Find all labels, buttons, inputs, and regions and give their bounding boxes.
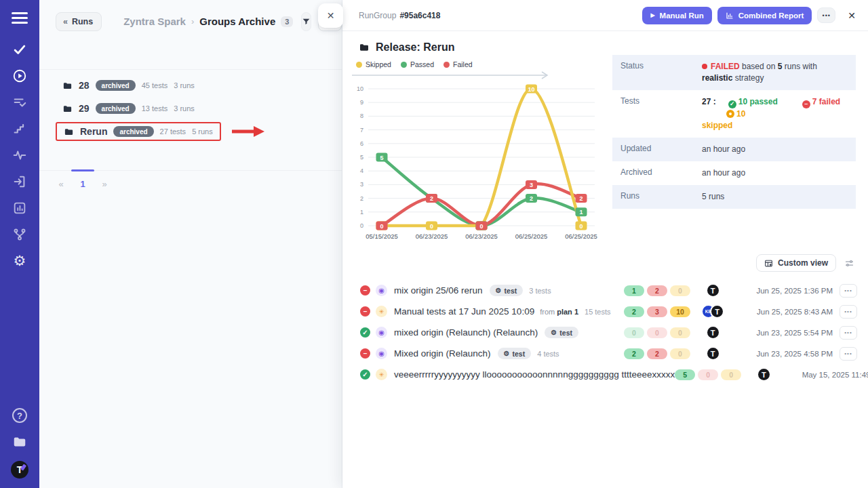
run-name[interactable]: veeeerrrrryyyyyyyyyy llooooooooooonnnnng… — [394, 369, 675, 380]
active-page-indicator — [71, 169, 94, 171]
info-row-archived: Archived an hour ago — [612, 161, 856, 185]
pulse-icon[interactable] — [12, 147, 28, 163]
branch-icon[interactable] — [12, 226, 28, 243]
run-tests-count: 3 tests — [529, 287, 551, 295]
table-view-icon — [764, 259, 773, 268]
run-date: Jun 25, 2025 8:43 AM — [732, 308, 833, 316]
svg-text:2: 2 — [430, 195, 433, 202]
back-to-runs-button[interactable]: « Runs — [56, 12, 102, 31]
svg-text:6: 6 — [360, 140, 363, 147]
group-content: 28archived45 tests3 runs — [56, 77, 201, 94]
run-passed-icon: ✓ — [360, 369, 370, 380]
legend-label: Failed — [453, 60, 473, 68]
gear-icon: ⚙ — [496, 287, 502, 294]
run-more-button[interactable]: ••• — [840, 326, 857, 340]
run-row[interactable]: –◉mix origin 25/06 rerun⚙test3 tests120T… — [342, 280, 868, 301]
group-list-item[interactable]: 29archived13 tests3 runs — [39, 97, 342, 120]
pagination-prev[interactable]: « — [57, 179, 65, 189]
group-tests-count: 45 tests — [142, 81, 168, 89]
failed-count-pill: 0 — [647, 327, 667, 338]
run-more-button[interactable]: ••• — [840, 305, 857, 319]
panel-close-button[interactable]: ✕ — [848, 10, 856, 21]
group-list-item[interactable]: Rerunarchived27 tests5 runs — [39, 120, 342, 143]
svg-text:10: 10 — [528, 86, 534, 93]
run-date: May 15, 2025 11:49 AM — [783, 371, 868, 379]
groups-archive-panel: « Runs Zyntra Spark › Groups Archive 3 ✕… — [39, 0, 342, 488]
result-count-pills: 2310 — [624, 306, 693, 317]
automated-origin-icon: ◉ — [376, 327, 387, 338]
results-chart-block: SkippedPassedFailed 01234567891005/15/20… — [348, 60, 612, 246]
run-more-button[interactable]: ••• — [840, 347, 857, 361]
view-settings-sliders-icon[interactable] — [844, 258, 854, 268]
group-list-item[interactable]: 28archived45 tests3 runs — [39, 74, 342, 97]
svg-text:06/23/2025: 06/23/2025 — [465, 232, 498, 240]
analytics-icon[interactable] — [12, 200, 28, 216]
manual-run-button[interactable]: ▶ Manual Run — [642, 7, 711, 24]
run-name[interactable]: Manual tests at 17 Jun 2025 10:09 — [394, 306, 534, 317]
back-chevrons-icon: « — [63, 17, 68, 26]
run-date: Jun 23, 2025 4:58 PM — [732, 350, 833, 358]
import-icon[interactable] — [12, 174, 28, 190]
result-count-pills: 220 — [624, 348, 693, 359]
skipped-count-pill: 10 — [670, 306, 690, 317]
app-sidebar: ⚙ ? T — [0, 0, 39, 488]
run-avatars: T — [693, 346, 732, 361]
svg-text:06/25/2025: 06/25/2025 — [565, 232, 597, 240]
highlighted-group: Rerunarchived27 tests5 runs — [56, 122, 221, 141]
user-avatar[interactable]: T — [11, 461, 28, 479]
run-list-icon[interactable] — [12, 94, 28, 110]
chart-legend: SkippedPassedFailed — [348, 60, 612, 68]
tag-label: test — [559, 329, 572, 337]
drawer-close-button[interactable]: ✕ — [318, 3, 343, 28]
rungroup-id: #95a6c418 — [399, 11, 440, 20]
pagination-next[interactable]: » — [100, 179, 108, 189]
group-tests-count: 13 tests — [142, 104, 168, 113]
play-circle-icon[interactable] — [12, 68, 28, 84]
svg-text:0: 0 — [479, 223, 483, 230]
run-name[interactable]: Mixed origin (Relaunch) — [394, 348, 491, 359]
svg-text:3: 3 — [360, 181, 363, 188]
result-count-pills: 120 — [624, 285, 693, 296]
failed-count-pill: 0 — [698, 369, 718, 380]
settings-gear-icon[interactable]: ⚙ — [12, 253, 28, 269]
check-icon[interactable] — [12, 41, 28, 58]
avatar[interactable]: T — [706, 283, 720, 298]
legend-label: Skipped — [366, 60, 391, 68]
run-more-button[interactable]: ••• — [840, 284, 857, 298]
svg-text:06/25/2025: 06/25/2025 — [515, 232, 548, 240]
filter-button[interactable] — [301, 12, 311, 31]
run-name[interactable]: mixed origin (Relaunch) (Relaunch) — [394, 327, 538, 338]
group-tests-count: 27 tests — [160, 127, 186, 136]
gear-icon: ⚙ — [504, 350, 510, 357]
custom-view-button[interactable]: Custom view — [756, 254, 836, 272]
menu-icon[interactable] — [12, 9, 28, 26]
run-failed-icon: – — [360, 306, 370, 317]
run-row[interactable]: –✳Manual tests at 17 Jun 2025 10:09from … — [342, 301, 868, 322]
run-name[interactable]: mix origin 25/06 rerun — [394, 285, 483, 296]
run-row[interactable]: ✓✳veeeerrrrryyyyyyyyyy llooooooooooonnnn… — [342, 364, 868, 385]
breadcrumb: Zyntra Spark › Groups Archive 3 — [123, 16, 293, 27]
tag-label: test — [513, 350, 526, 358]
gear-icon: ⚙ — [551, 329, 557, 336]
run-row[interactable]: ✓◉mixed origin (Relaunch) (Relaunch)⚙tes… — [342, 322, 868, 343]
help-icon[interactable]: ? — [12, 408, 27, 423]
rungroup-type-label: RunGroup — [359, 11, 396, 20]
avatar[interactable]: T — [757, 367, 771, 382]
steps-icon[interactable] — [12, 121, 28, 137]
run-plan-link[interactable]: from plan 1 — [540, 308, 578, 316]
avatar[interactable]: T — [710, 304, 724, 319]
more-actions-button[interactable]: ••• — [817, 7, 835, 23]
svg-text:2: 2 — [579, 195, 583, 202]
avatar[interactable]: T — [706, 346, 720, 361]
combined-report-button[interactable]: Combined Report — [717, 7, 812, 24]
info-row-status: Status FAILED based on 5 runs with reali… — [612, 55, 856, 90]
pagination-page-1[interactable]: 1 — [79, 179, 87, 189]
svg-text:5: 5 — [360, 154, 363, 161]
projects-folder-icon[interactable] — [12, 434, 28, 450]
svg-text:2: 2 — [530, 195, 533, 202]
svg-text:4: 4 — [360, 167, 363, 174]
breadcrumb-project[interactable]: Zyntra Spark — [123, 16, 186, 27]
avatar[interactable]: T — [706, 325, 720, 340]
run-row[interactable]: –◉Mixed origin (Relaunch)⚙test4 tests220… — [342, 343, 868, 364]
rungroup-title: Release: Rerun — [376, 41, 455, 54]
